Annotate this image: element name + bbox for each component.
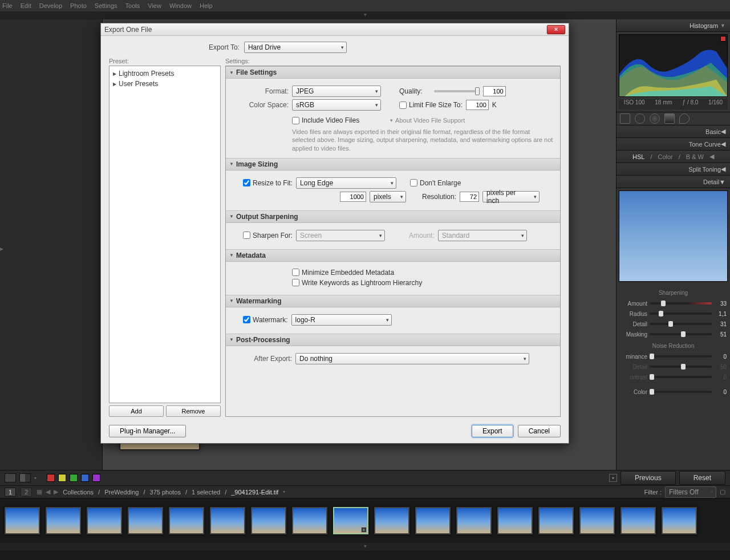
dialog-titlebar[interactable]: Export One File × <box>101 23 569 36</box>
sharpen-checkbox[interactable]: Sharpen For: <box>243 232 293 240</box>
filmstrip-thumb[interactable] <box>456 507 492 534</box>
format-dropdown[interactable]: JPEG <box>292 86 381 97</box>
postprocessing-header[interactable]: ▼Post-Processing <box>226 334 560 346</box>
filmstrip-thumb[interactable] <box>415 507 451 534</box>
nav-fwd-icon[interactable]: ▶ <box>54 488 58 496</box>
filename-dropdown-icon[interactable]: ▾ <box>283 489 285 494</box>
color-label-blue[interactable] <box>81 474 89 482</box>
brush-tool-icon[interactable] <box>679 113 690 124</box>
top-reveal-handle[interactable]: ▾ <box>0 11 730 19</box>
filmstrip-thumb[interactable] <box>5 507 40 534</box>
detail-panel-header[interactable]: Detail▼ <box>617 176 730 188</box>
remove-preset-button[interactable]: Remove <box>166 405 221 417</box>
splittoning-panel-header[interactable]: Split Toning◀ <box>617 163 730 176</box>
preset-user[interactable]: ▶User Presets <box>111 79 219 89</box>
watermark-dropdown[interactable]: logo-R <box>291 314 392 326</box>
color-label-green[interactable] <box>70 474 78 482</box>
compare-view-icon[interactable] <box>19 473 31 482</box>
filmstrip-thumb[interactable] <box>46 507 81 534</box>
filmstrip-thumb[interactable] <box>210 507 245 534</box>
filmstrip-thumb[interactable] <box>128 507 163 534</box>
crumb-collections[interactable]: Collections <box>63 489 94 496</box>
close-button[interactable]: × <box>547 25 565 34</box>
color-label-red[interactable] <box>47 474 55 482</box>
histogram-header[interactable]: Histogram▼ <box>617 19 730 32</box>
resize-checkbox[interactable]: Resize to Fit: <box>243 179 293 187</box>
menu-edit[interactable]: Edit <box>21 2 31 9</box>
grid-badge-2[interactable]: 2 <box>21 488 32 497</box>
basic-panel-header[interactable]: Basic◀ <box>617 125 730 138</box>
dont-enlarge-checkbox[interactable]: Don't Enlarge <box>410 179 461 187</box>
hsl-tab[interactable]: HSL <box>632 153 644 160</box>
filmstrip-thumb[interactable] <box>169 507 204 534</box>
resize-unit-dropdown[interactable]: pixels <box>370 191 406 202</box>
menu-photo[interactable]: Photo <box>70 2 87 9</box>
slider-sharpen-detail[interactable]: Detail31 <box>620 319 727 329</box>
slider-sharpen-radius[interactable]: Radius1,1 <box>620 309 727 319</box>
slider-nr-luminance[interactable]: minance0 <box>620 351 727 362</box>
crop-tool-icon[interactable] <box>620 113 630 124</box>
nav-back-icon[interactable]: ◀ <box>46 488 50 496</box>
plugin-manager-button[interactable]: Plug-in Manager... <box>109 425 186 437</box>
previous-button[interactable]: Previous <box>620 471 676 485</box>
preset-list[interactable]: ▶Lightroom Presets ▶User Presets <box>109 66 221 403</box>
grid-icon[interactable]: ▦ <box>36 488 42 496</box>
menu-window[interactable]: Window <box>169 2 192 9</box>
color-tab[interactable]: Color <box>658 153 672 160</box>
spot-tool-icon[interactable] <box>635 113 645 124</box>
slider-nr-color[interactable]: Color0 <box>620 387 727 397</box>
about-video-link[interactable]: ▼About Video File Support <box>389 117 465 124</box>
filmstrip-thumb[interactable] <box>497 507 533 534</box>
sharpen-amount-dropdown[interactable]: Standard <box>438 230 527 241</box>
filter-lock-icon[interactable]: ▢ <box>720 488 725 496</box>
filmstrip-thumb[interactable] <box>620 507 656 534</box>
clipping-warning-icon[interactable] <box>720 36 726 42</box>
menu-tools[interactable]: Tools <box>125 2 140 9</box>
redeye-tool-icon[interactable] <box>650 113 660 124</box>
detail-preview-thumb[interactable] <box>619 190 728 282</box>
before-after-dropdown[interactable]: ▾ <box>609 474 617 482</box>
file-settings-header[interactable]: ▼File Settings <box>226 66 560 79</box>
bw-tab[interactable]: B & W <box>686 153 704 160</box>
settings-scroll-area[interactable]: ▼File Settings Format: JPEG Quality: <box>225 66 561 417</box>
export-to-dropdown[interactable]: Hard Drive <box>244 42 347 53</box>
filmstrip-thumb[interactable] <box>662 507 697 534</box>
after-export-dropdown[interactable]: Do nothing <box>295 353 529 364</box>
reset-button[interactable]: Reset <box>679 471 725 485</box>
limit-filesize-input[interactable] <box>466 100 489 110</box>
add-preset-button[interactable]: Add <box>109 405 164 417</box>
bottom-reveal-handle[interactable]: ▾ <box>0 543 730 551</box>
export-button[interactable]: Export <box>472 425 513 437</box>
quality-input[interactable] <box>483 86 506 96</box>
resolution-unit-dropdown[interactable]: pixels per inch <box>482 191 540 202</box>
watermarking-header[interactable]: ▼Watermarking <box>226 295 560 307</box>
filmstrip-thumb-selected[interactable]: ± <box>333 507 368 534</box>
left-reveal-handle[interactable]: ▸ <box>0 245 6 256</box>
filmstrip-thumb[interactable] <box>579 507 615 534</box>
quality-slider[interactable] <box>434 90 480 92</box>
crumb-folder[interactable]: PreWedding <box>104 489 139 496</box>
include-video-checkbox[interactable]: Include Video Files <box>292 116 359 124</box>
resize-value-input[interactable] <box>340 192 366 202</box>
output-sharpening-header[interactable]: ▼Output Sharpening <box>226 210 560 223</box>
metadata-header[interactable]: ▼Metadata <box>226 249 560 262</box>
menu-view[interactable]: View <box>148 2 161 9</box>
slider-sharpen-masking[interactable]: Masking51 <box>620 329 727 339</box>
gradient-tool-icon[interactable] <box>664 113 675 124</box>
filmstrip-thumb[interactable] <box>292 507 327 534</box>
filmstrip-thumb[interactable] <box>251 507 286 534</box>
grid-badge-1[interactable]: 1 <box>5 488 16 497</box>
watermark-checkbox[interactable]: Watermark: <box>243 316 288 324</box>
colorspace-dropdown[interactable]: sRGB <box>292 99 381 111</box>
sharpen-for-dropdown[interactable]: Screen <box>296 230 385 241</box>
filter-dropdown[interactable]: Filters Off <box>665 486 716 498</box>
image-sizing-header[interactable]: ▼Image Sizing <box>226 158 560 171</box>
resize-mode-dropdown[interactable]: Long Edge <box>296 177 396 189</box>
cancel-button[interactable]: Cancel <box>518 425 561 437</box>
color-label-yellow[interactable] <box>58 474 66 482</box>
limit-filesize-checkbox[interactable]: Limit File Size To: <box>399 101 463 109</box>
menu-develop[interactable]: Develop <box>39 2 62 9</box>
color-label-purple[interactable] <box>92 474 100 482</box>
filmstrip-thumb[interactable] <box>538 507 574 534</box>
loupe-view-icon[interactable] <box>5 473 16 482</box>
